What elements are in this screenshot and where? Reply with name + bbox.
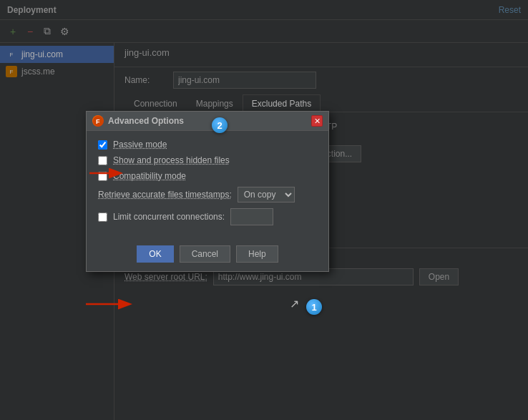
modal-footer: OK Cancel Help <box>87 240 328 271</box>
svg-text:F: F <box>96 118 100 125</box>
badge-2: 2 <box>212 117 228 133</box>
modal-cancel-button[interactable]: Cancel <box>180 245 230 263</box>
timestamps-label: Retrieve accurate files timestamps: <box>98 190 232 200</box>
passive-mode-label[interactable]: Passive mode <box>113 140 167 150</box>
modal-titlebar: F Advanced Options ✕ <box>87 112 328 131</box>
modal-title-text: Advanced Options <box>108 116 184 126</box>
advanced-options-modal: F Advanced Options ✕ Passive mode Show a… <box>86 111 329 272</box>
show-hidden-checkbox[interactable] <box>98 156 107 165</box>
arrow-1 <box>86 293 136 317</box>
compatibility-mode-row: Compatibility mode <box>98 171 317 181</box>
limit-connections-row: Limit concurrent connections: <box>98 208 317 225</box>
modal-help-button[interactable]: Help <box>236 245 278 263</box>
modal-ok-button[interactable]: OK <box>137 245 173 263</box>
modal-close-button[interactable]: ✕ <box>311 115 323 127</box>
arrow-2 <box>89 165 125 185</box>
passive-mode-row: Passive mode <box>98 140 317 150</box>
badge-1: 1 <box>306 299 322 315</box>
modal-icon: F <box>92 115 104 127</box>
timestamps-select[interactable]: On copy Always Never <box>238 187 295 202</box>
modal-title-left: F Advanced Options <box>92 115 184 127</box>
limit-connections-label: Limit concurrent connections: <box>113 212 225 222</box>
cursor-indicator: ↗ <box>290 297 299 311</box>
limit-connections-input[interactable] <box>230 208 273 225</box>
show-hidden-label[interactable]: Show and process hidden files <box>113 155 230 165</box>
show-hidden-row: Show and process hidden files <box>98 155 317 165</box>
passive-mode-checkbox[interactable] <box>98 140 107 150</box>
timestamps-row: Retrieve accurate files timestamps: On c… <box>98 187 317 202</box>
limit-connections-checkbox[interactable] <box>98 213 107 222</box>
modal-body: Passive mode Show and process hidden fil… <box>87 131 328 240</box>
